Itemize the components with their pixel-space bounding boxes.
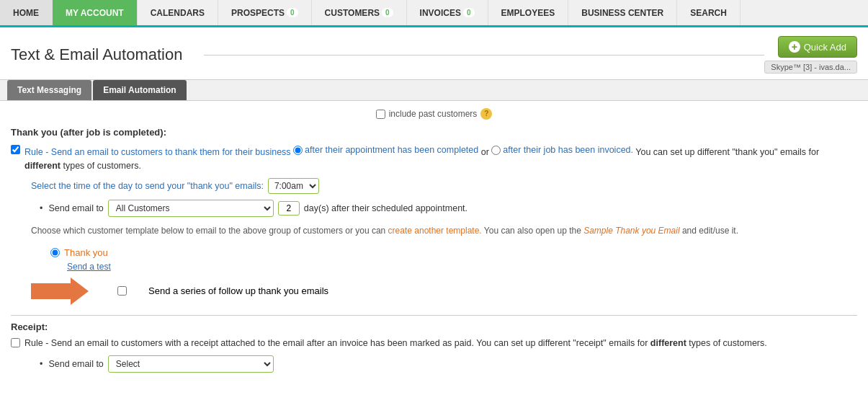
receipt-send-email-row: • Send email to Select All Customers New… <box>40 355 857 373</box>
receipt-heading: Receipt: <box>11 321 857 332</box>
rule1-row: Rule - Send an email to customers to tha… <box>11 143 857 172</box>
page-header: Text & Email Automation + Quick Add Skyp… <box>0 27 868 80</box>
time-select-row: Select the time of the day to send your … <box>31 178 857 194</box>
svg-marker-0 <box>31 278 89 305</box>
main-content: include past customers ? Thank you (afte… <box>0 101 868 387</box>
time-select[interactable]: 7:00am 8:00am 9:00am <box>268 178 319 194</box>
tab-email-automation[interactable]: Email Automation <box>93 80 187 100</box>
nav-my-account[interactable]: MY ACCOUNT <box>53 0 138 25</box>
follow-up-row: Send a series of follow up thank you ema… <box>31 278 857 305</box>
skype-bar: Skype™ [3] - ivas.da... <box>764 61 857 74</box>
receipt-rule-text: Rule - Send an email to customers with a… <box>24 337 857 350</box>
top-navigation: HOME MY ACCOUNT CALENDARS PROSPECTS0 CUS… <box>0 0 868 27</box>
send-email-select[interactable]: All Customers New Customers Returning Cu… <box>108 200 274 217</box>
header-right: + Quick Add Skype™ [3] - ivas.da... <box>764 36 857 74</box>
plus-circle-icon: + <box>789 41 800 53</box>
rule1-radio-appointment[interactable] <box>293 146 303 155</box>
nav-search[interactable]: SEARCH <box>677 0 741 25</box>
nav-business-center[interactable]: BUSINESS CENTER <box>568 0 677 25</box>
rule1-text: Rule - Send an email to customers to tha… <box>24 143 857 172</box>
orange-arrow-icon <box>31 278 89 305</box>
follow-up-checkbox[interactable] <box>117 286 127 296</box>
send-test-link[interactable]: Send a test <box>67 262 111 272</box>
nav-customers[interactable]: CUSTOMERS0 <box>312 0 407 25</box>
template-option-row: Thank you <box>50 247 857 258</box>
choose-template-row: Choose which customer template below to … <box>31 224 857 238</box>
page-title: Text & Email Automation <box>11 45 182 64</box>
tab-bar: Text Messaging Email Automation <box>0 80 868 101</box>
days-input[interactable]: 2 <box>278 201 300 216</box>
rule1-radio-invoiced[interactable] <box>491 146 501 155</box>
info-icon[interactable]: ? <box>480 108 492 120</box>
rule1-checkbox[interactable] <box>11 145 20 154</box>
template-name: Thank you <box>64 247 108 258</box>
nav-calendars[interactable]: CALENDARS <box>138 0 218 25</box>
receipt-section: Receipt: Rule - Send an email to custome… <box>11 321 857 373</box>
divider <box>11 315 857 316</box>
template-radio[interactable] <box>50 248 60 257</box>
include-past-customers-checkbox[interactable] <box>376 110 385 119</box>
create-template-link[interactable]: create another template. <box>388 226 482 236</box>
nav-invoices[interactable]: INVOICES0 <box>407 0 488 25</box>
receipt-checkbox[interactable] <box>11 338 20 347</box>
thank-you-heading: Thank you (after job is completed): <box>11 127 857 138</box>
receipt-send-select[interactable]: Select All Customers New Customers Retur… <box>108 355 274 373</box>
sample-email-link[interactable]: Sample Thank you Email <box>583 226 679 236</box>
include-past-customers-row: include past customers ? <box>11 108 857 120</box>
nav-home[interactable]: HOME <box>0 0 53 25</box>
nav-prospects[interactable]: PROSPECTS0 <box>218 0 312 25</box>
nav-employees[interactable]: EMPLOYEES <box>488 0 569 25</box>
send-email-row: • Send email to All Customers New Custom… <box>40 200 857 217</box>
receipt-rule-row: Rule - Send an email to customers with a… <box>11 337 857 350</box>
quick-add-button[interactable]: + Quick Add <box>778 36 857 58</box>
tab-text-messaging[interactable]: Text Messaging <box>7 80 91 100</box>
include-past-label: include past customers <box>389 109 478 119</box>
